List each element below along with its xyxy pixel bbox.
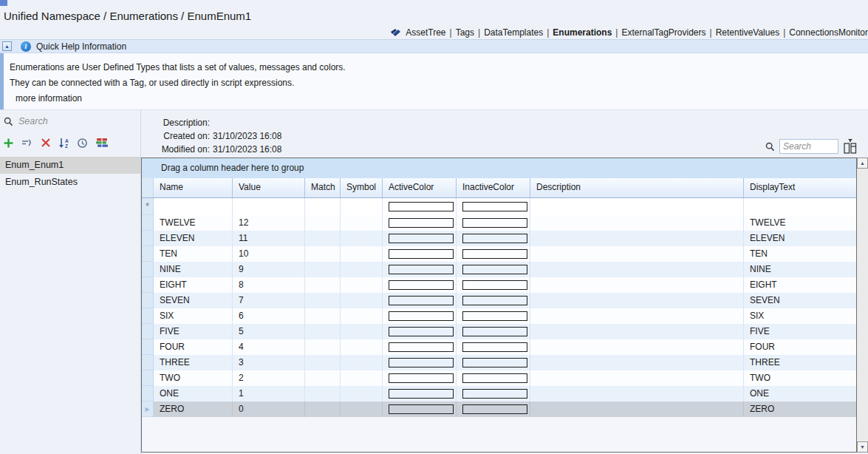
cell-inactive-color[interactable]	[457, 277, 530, 293]
cell-active-color[interactable]	[383, 293, 457, 308]
cell-match[interactable]	[305, 215, 341, 231]
row-selector[interactable]: *	[142, 198, 154, 215]
cell-value[interactable]: 1	[233, 386, 305, 402]
active-color-swatch[interactable]	[389, 218, 454, 228]
cell-name[interactable]: NINE	[154, 262, 233, 277]
nav-item-tags[interactable]: Tags	[456, 27, 474, 38]
cell-active-color[interactable]	[383, 324, 457, 339]
cell-display-text[interactable]: SIX	[744, 308, 856, 324]
cell-value[interactable]: 9	[233, 262, 305, 277]
inactive-color-swatch[interactable]	[462, 342, 527, 352]
cell-description[interactable]	[530, 308, 744, 324]
cell-value[interactable]: 8	[233, 277, 305, 293]
cell-name[interactable]: ELEVEN	[154, 231, 233, 246]
cell-inactive-color[interactable]	[457, 215, 530, 231]
cell-symbol[interactable]	[341, 262, 383, 277]
cell-match[interactable]	[305, 324, 341, 339]
cell-display-text[interactable]: EIGHT	[744, 277, 856, 293]
cell-active-color[interactable]	[383, 339, 457, 355]
cell-match[interactable]	[305, 293, 341, 308]
cell-active-color[interactable]	[383, 198, 457, 215]
active-color-swatch[interactable]	[389, 249, 454, 259]
cell-active-color[interactable]	[383, 355, 457, 370]
cell-active-color[interactable]	[383, 262, 457, 277]
cell-name[interactable]: TWO	[154, 370, 233, 386]
cell-value[interactable]: 3	[233, 355, 305, 370]
cell-description[interactable]	[530, 370, 744, 386]
cell-value[interactable]: 4	[233, 339, 305, 355]
cell-inactive-color[interactable]	[457, 402, 530, 417]
cell-description[interactable]	[530, 355, 744, 370]
cell-active-color[interactable]	[383, 308, 457, 324]
nav-item-enumerations[interactable]: Enumerations	[553, 27, 612, 38]
row-selector[interactable]	[142, 324, 154, 339]
cell-name[interactable]: ONE	[154, 386, 233, 402]
inactive-color-swatch[interactable]	[462, 296, 527, 305]
cell-name[interactable]: SEVEN	[154, 293, 233, 308]
cell-active-color[interactable]	[383, 231, 457, 246]
column-header-name[interactable]: Name	[154, 178, 233, 197]
active-color-swatch[interactable]	[389, 327, 454, 336]
cell-inactive-color[interactable]	[457, 386, 530, 402]
cell-value[interactable]: 12	[233, 215, 305, 231]
cell-description[interactable]	[530, 246, 744, 262]
cell-match[interactable]	[305, 262, 341, 277]
cell-value[interactable]: 0	[233, 402, 305, 417]
active-color-swatch[interactable]	[389, 373, 454, 383]
cell-display-text[interactable]	[744, 198, 856, 215]
table-search-input[interactable]	[779, 139, 838, 154]
history-icon[interactable]	[77, 138, 88, 149]
cell-value[interactable]: 7	[233, 293, 305, 308]
column-header-description[interactable]: Description	[530, 178, 744, 197]
cell-symbol[interactable]	[341, 215, 383, 231]
sidebar-item-enum_enum1[interactable]: Enum_Enum1	[0, 157, 140, 174]
cell-name[interactable]: TEN	[154, 246, 233, 262]
cell-inactive-color[interactable]	[457, 198, 530, 215]
cell-name[interactable]: TWELVE	[154, 215, 233, 231]
cell-match[interactable]	[305, 339, 341, 355]
cell-display-text[interactable]: FIVE	[744, 324, 856, 339]
sidebar-search-input[interactable]	[18, 116, 115, 126]
sidebar-item-enum_runstates[interactable]: Enum_RunStates	[0, 174, 140, 191]
vertical-scrollbar[interactable]: ▲ ▼	[857, 157, 868, 453]
cell-display-text[interactable]: ZERO	[744, 402, 856, 417]
cell-display-text[interactable]: NINE	[744, 262, 856, 277]
cell-display-text[interactable]: TEN	[744, 246, 856, 262]
column-header-match[interactable]: Match	[305, 178, 341, 197]
row-selector[interactable]	[142, 308, 154, 324]
cell-symbol[interactable]	[341, 231, 383, 246]
cell-value[interactable]: 11	[233, 231, 305, 246]
inactive-color-swatch[interactable]	[462, 234, 527, 243]
active-color-swatch[interactable]	[389, 202, 454, 211]
cell-value[interactable]: 10	[233, 246, 305, 262]
column-header-symbol[interactable]: Symbol	[341, 178, 383, 197]
cell-display-text[interactable]: ONE	[744, 386, 856, 402]
nav-item-assettree[interactable]: AssetTree	[406, 27, 445, 38]
cell-display-text[interactable]: SEVEN	[744, 293, 856, 308]
cell-description[interactable]	[530, 386, 744, 402]
cell-match[interactable]	[305, 198, 341, 215]
nav-item-retentivevalues[interactable]: RetentiveValues	[716, 27, 780, 38]
cell-name[interactable]: ZERO	[154, 402, 233, 417]
cell-value[interactable]: 5	[233, 324, 305, 339]
cell-active-color[interactable]	[383, 402, 457, 417]
inactive-color-swatch[interactable]	[462, 389, 527, 399]
row-selector[interactable]	[142, 386, 154, 402]
add-icon[interactable]	[3, 138, 14, 149]
cell-display-text[interactable]: THREE	[744, 355, 856, 370]
cell-inactive-color[interactable]	[457, 262, 530, 277]
cell-symbol[interactable]	[341, 277, 383, 293]
cell-match[interactable]	[305, 402, 341, 417]
cell-name[interactable]: FIVE	[154, 324, 233, 339]
cell-match[interactable]	[305, 308, 341, 324]
cell-description[interactable]	[530, 324, 744, 339]
column-header-value[interactable]: Value	[233, 178, 305, 197]
inactive-color-swatch[interactable]	[462, 280, 527, 290]
column-header-display-text[interactable]: DisplayText	[744, 178, 856, 197]
cell-inactive-color[interactable]	[457, 339, 530, 355]
cell-symbol[interactable]	[341, 198, 383, 215]
cell-name[interactable]	[154, 198, 233, 215]
cell-symbol[interactable]	[341, 308, 383, 324]
cell-match[interactable]	[305, 277, 341, 293]
column-header-inactive-color[interactable]: InactiveColor	[457, 178, 530, 197]
